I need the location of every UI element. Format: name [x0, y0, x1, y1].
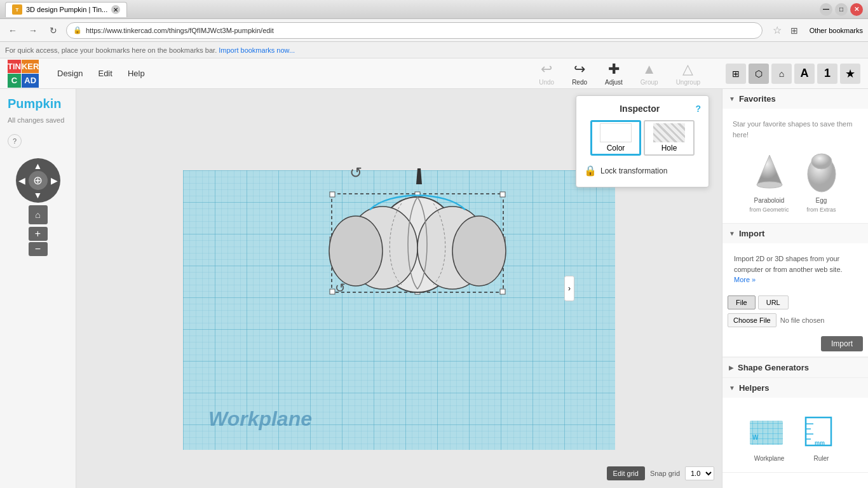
view-icons: ⊞ ⬡ ⌂ A 1 ★: [726, 64, 860, 84]
favorites-arrow-icon: ▼: [729, 95, 735, 102]
undo-button[interactable]: ↩ Undo: [534, 58, 559, 88]
group-icon: ▲: [642, 61, 656, 78]
forward-button[interactable]: →: [25, 23, 41, 38]
import-file-row: Choose File No file chosen: [728, 313, 863, 327]
close-button[interactable]: ✕: [850, 3, 863, 16]
nav-center[interactable]: ⊕: [29, 171, 48, 190]
nav-down-arrow: ▼: [34, 190, 43, 200]
svg-point-18: [452, 216, 506, 286]
import-bookmarks-link[interactable]: Import bookmarks now...: [219, 46, 295, 54]
minimize-button[interactable]: —: [820, 3, 832, 16]
helpers-title: Helpers: [739, 383, 770, 393]
tinkercad-logo[interactable]: TIN KER C AD: [8, 60, 36, 88]
undo-icon: ↩: [541, 61, 552, 78]
egg-sublabel: from Extras: [806, 207, 836, 213]
adjust-label: Adjust: [605, 79, 623, 86]
view-text-icon[interactable]: A: [794, 64, 815, 84]
favorites-header[interactable]: ▼ Favorites: [722, 89, 868, 109]
other-bookmarks-label[interactable]: Other bookmarks: [810, 27, 863, 34]
zoom-in-button[interactable]: +: [29, 227, 48, 241]
no-file-text: No file chosen: [780, 316, 825, 324]
color-label: Color: [607, 144, 625, 152]
view-3d-icon[interactable]: ⬡: [749, 64, 769, 84]
shape-generators-section[interactable]: ▶ Shape Generators: [722, 357, 868, 378]
svg-rect-5: [415, 192, 420, 197]
helpers-header[interactable]: ▼ Helpers: [722, 378, 868, 398]
helpers-grid: W Workplane: [728, 403, 863, 467]
view-home-icon[interactable]: ⌂: [771, 64, 792, 84]
hole-button[interactable]: Hole: [644, 120, 695, 156]
url-text: https://www.tinkercad.com/things/fQfIMJW…: [86, 27, 274, 34]
pumpkin-3d-object[interactable]: ↺: [313, 121, 529, 305]
view-num-icon[interactable]: 1: [817, 64, 837, 84]
helpers-arrow-icon: ▼: [729, 384, 735, 391]
svg-text:mm: mm: [815, 440, 825, 446]
inspector-help-button[interactable]: ?: [695, 104, 701, 114]
inspector-mode-buttons: Color Hole: [584, 120, 701, 156]
menu-help[interactable]: Help: [121, 66, 151, 81]
helper-ruler[interactable]: mm Ruler: [799, 408, 844, 462]
lock-label: Lock transformation: [600, 166, 667, 175]
ungroup-label: Ungroup: [676, 79, 700, 86]
canvas-area[interactable]: Workplane ↺: [76, 89, 722, 488]
save-status: All changes saved: [8, 116, 68, 124]
import-header[interactable]: ▼ Import: [722, 224, 868, 243]
file-type-button[interactable]: File: [728, 295, 756, 309]
bookmarks-hint-text: For quick access, place your bookmarks h…: [5, 46, 217, 54]
svg-text:W: W: [752, 434, 759, 441]
color-swatch: [600, 123, 632, 142]
home-view-button[interactable]: ⌂: [29, 205, 48, 224]
app-header: TIN KER C AD Design Edit Help ↩ Undo ↪ R…: [0, 58, 868, 89]
import-desc-text: Import 2D or 3D shapes from your compute…: [734, 255, 843, 273]
import-button[interactable]: Import: [821, 336, 863, 351]
right-sidebar: ▼ Favorites Star your favorite shapes to…: [722, 89, 868, 488]
url-type-button[interactable]: URL: [758, 295, 789, 309]
back-button[interactable]: ←: [5, 23, 20, 38]
snap-grid-select[interactable]: 1.0: [685, 466, 714, 480]
zoom-out-button[interactable]: −: [29, 242, 48, 256]
paraboloid-sublabel: from Geometric: [749, 207, 789, 213]
logo-n: C: [8, 74, 21, 88]
group-label: Group: [641, 79, 658, 86]
svg-point-21: [757, 182, 782, 188]
address-bar[interactable]: 🔒 https://www.tinkercad.com/things/fQfIM…: [66, 22, 763, 39]
featured-shapes-grid: Paraboloid from Geometric: [728, 145, 863, 218]
orbit-control[interactable]: ▲ ▼ ◀ ▶ ⊕: [16, 158, 60, 203]
paraboloid-thumb: [747, 150, 792, 194]
menu-edit[interactable]: Edit: [92, 66, 118, 81]
menu-design[interactable]: Design: [51, 66, 89, 81]
edit-grid-button[interactable]: Edit grid: [607, 466, 645, 480]
redo-label: Redo: [572, 79, 587, 86]
svg-point-23: [811, 154, 832, 169]
svg-rect-4: [330, 192, 335, 197]
maximize-button[interactable]: □: [835, 3, 848, 16]
color-button[interactable]: Color: [590, 120, 641, 156]
group-button[interactable]: ▲ Group: [635, 58, 663, 88]
logo-i: KER: [22, 60, 39, 74]
toolbar-actions: ↩ Undo ↪ Redo ✚ Adjust ▲ Group △ Ungroup: [534, 58, 705, 88]
bookmark-star-icon[interactable]: ☆: [773, 24, 782, 36]
shape-item-egg[interactable]: Egg from Extras: [799, 150, 844, 213]
import-description: Import 2D or 3D shapes from your compute…: [728, 248, 863, 290]
hole-label: Hole: [661, 144, 677, 152]
nav-right-arrow: ▶: [51, 175, 58, 186]
extensions-button[interactable]: ⊞: [787, 23, 802, 38]
view-grid-icon[interactable]: ⊞: [726, 64, 746, 84]
ungroup-button[interactable]: △ Ungroup: [671, 58, 705, 88]
favorites-content: Star your favorite shapes to save them h…: [722, 109, 868, 223]
shape-item-paraboloid[interactable]: Paraboloid from Geometric: [747, 150, 792, 213]
sidebar-collapse-button[interactable]: ›: [564, 276, 574, 301]
app-container: TIN KER C AD Design Edit Help ↩ Undo ↪ R…: [0, 58, 868, 488]
helper-workplane[interactable]: W Workplane: [747, 408, 792, 462]
redo-button[interactable]: ↪ Redo: [567, 58, 592, 88]
view-star-icon[interactable]: ★: [840, 64, 860, 84]
refresh-button[interactable]: ↻: [46, 23, 61, 38]
adjust-button[interactable]: ✚ Adjust: [600, 58, 628, 88]
lock-transformation[interactable]: 🔒 Lock transformation: [584, 162, 701, 179]
workplane-helper-thumb: W: [747, 408, 792, 452]
more-link[interactable]: More »: [734, 276, 756, 283]
tab-close-button[interactable]: ✕: [111, 5, 120, 14]
help-button[interactable]: ?: [8, 134, 22, 148]
choose-file-button[interactable]: Choose File: [728, 313, 776, 327]
browser-tab[interactable]: T 3D design Pumpkin | Tin... ✕: [5, 2, 127, 17]
